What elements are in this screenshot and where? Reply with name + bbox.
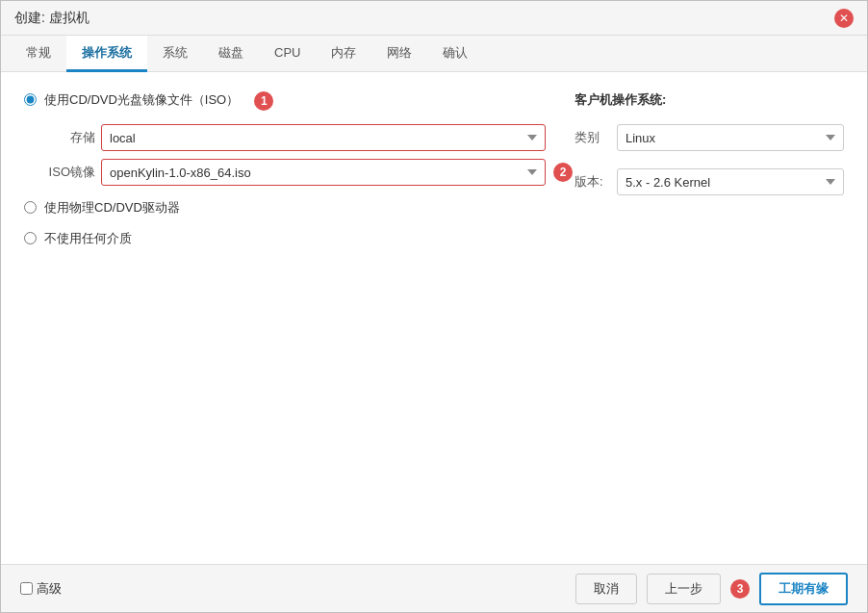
tab-cpu[interactable]: CPU [259, 36, 316, 72]
tab-general[interactable]: 常规 [11, 36, 66, 72]
tab-os[interactable]: 操作系统 [66, 36, 147, 72]
badge-3: 3 [730, 579, 750, 599]
tab-confirm[interactable]: 确认 [427, 36, 483, 72]
advanced-label: 高级 [37, 580, 62, 598]
physical-dvd-option: 使用物理CD/DVD驱动器 [24, 199, 546, 217]
physical-dvd-radio[interactable] [24, 201, 37, 214]
close-button[interactable]: ✕ [834, 9, 854, 28]
iso-fields: 存储 local ISO镜像 openKylin-1.0-x86_64.iso … [45, 124, 546, 186]
dialog-title: 创建: 虚拟机 [14, 10, 89, 27]
version-row: 版本: 5.x - 2.6 Kernel 6.x - 2.6 Kernel Ot… [574, 168, 844, 195]
iso-option: 使用CD/DVD光盘镜像文件（ISO） [24, 91, 239, 109]
tab-network[interactable]: 网络 [371, 36, 427, 72]
right-panel: 客户机操作系统: 类别 Linux Windows Other 版本: 5.x … [574, 91, 844, 545]
tab-system[interactable]: 系统 [147, 36, 203, 72]
finish-button[interactable]: 工期有缘 [759, 573, 848, 605]
storage-row: 存储 local [45, 124, 546, 151]
tab-disk[interactable]: 磁盘 [203, 36, 259, 72]
footer: 高级 取消 上一步 3 工期有缘 [1, 564, 867, 612]
tabs-bar: 常规 操作系统 系统 磁盘 CPU 内存 网络 确认 [1, 36, 867, 72]
iso-radio[interactable] [24, 93, 37, 106]
no-media-option: 不使用任何介质 [24, 230, 546, 247]
no-media-radio[interactable] [24, 232, 37, 244]
storage-select[interactable]: local [101, 124, 546, 151]
version-select[interactable]: 5.x - 2.6 Kernel 6.x - 2.6 Kernel Other … [617, 168, 844, 195]
type-row: 类别 Linux Windows Other [574, 124, 844, 151]
type-select[interactable]: Linux Windows Other [617, 124, 844, 151]
footer-left: 高级 [20, 580, 62, 598]
advanced-checkbox[interactable] [20, 582, 33, 595]
storage-label: 存储 [45, 129, 95, 146]
no-media-label: 不使用任何介质 [44, 230, 132, 247]
left-panel: 使用CD/DVD光盘镜像文件（ISO） 1 存储 local ISO镜像 ope… [24, 91, 546, 545]
physical-dvd-label: 使用物理CD/DVD驱动器 [44, 199, 180, 217]
version-label: 版本: [574, 173, 609, 191]
badge-2: 2 [553, 163, 573, 182]
dialog: 创建: 虚拟机 ✕ 常规 操作系统 系统 磁盘 CPU 内存 网络 确认 使用C… [0, 0, 868, 613]
iso-option-label: 使用CD/DVD光盘镜像文件（ISO） [44, 91, 239, 109]
cancel-button[interactable]: 取消 [575, 574, 637, 604]
guest-os-title: 客户机操作系统: [574, 91, 844, 109]
iso-row: ISO镜像 openKylin-1.0-x86_64.iso 2 [45, 159, 546, 186]
advanced-checkbox-label[interactable]: 高级 [20, 580, 62, 598]
type-label: 类别 [574, 129, 609, 146]
iso-label: ISO镜像 [45, 164, 95, 181]
back-button[interactable]: 上一步 [647, 574, 721, 604]
badge-1: 1 [254, 91, 273, 111]
content-area: 使用CD/DVD光盘镜像文件（ISO） 1 存储 local ISO镜像 ope… [1, 72, 867, 564]
tab-memory[interactable]: 内存 [316, 36, 371, 72]
title-bar: 创建: 虚拟机 ✕ [1, 1, 867, 36]
iso-select[interactable]: openKylin-1.0-x86_64.iso [101, 159, 546, 186]
